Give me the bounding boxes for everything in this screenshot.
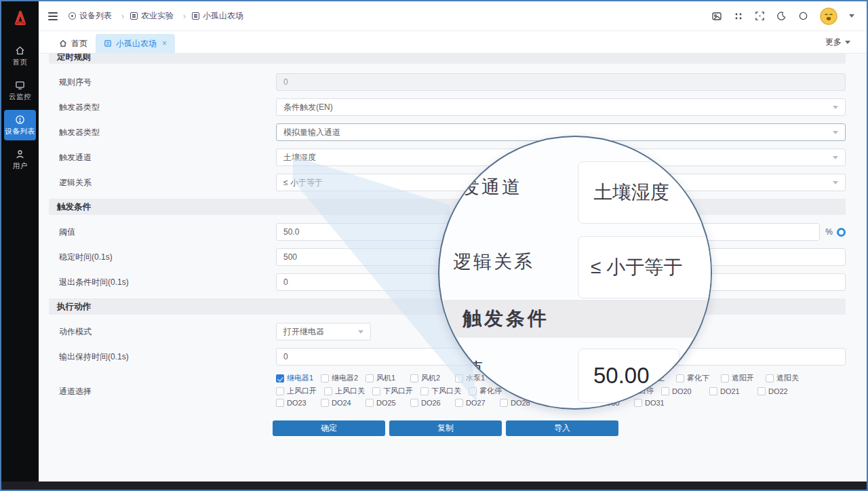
brand-logo-icon <box>7 5 33 31</box>
checkbox-icon[interactable] <box>766 374 774 382</box>
chevron-down-icon <box>833 181 838 184</box>
channel-checkbox[interactable]: DO21 <box>709 387 757 395</box>
sidebar-item-home[interactable]: 首页 <box>4 41 36 71</box>
checkbox-icon[interactable] <box>676 374 684 382</box>
action-buttons: 确定 复制 导入 <box>273 420 846 436</box>
form-row: 规则序号 <box>49 73 846 91</box>
checkbox-icon[interactable] <box>321 399 329 407</box>
checkbox-icon[interactable] <box>410 374 418 382</box>
user-avatar[interactable] <box>820 7 837 25</box>
breadcrumb: 设备列表 农业实验 小孤山农场 <box>68 10 243 22</box>
checkbox-icon[interactable] <box>634 399 642 407</box>
sidebar-item-device-list[interactable]: 设备列表 <box>4 110 36 140</box>
breadcrumb-device-list[interactable]: 设备列表 <box>68 10 130 22</box>
sidebar-collapse-icon[interactable] <box>48 12 58 20</box>
checkbox-icon[interactable] <box>661 387 669 395</box>
sidebar-item-cloud-monitor[interactable]: 云监控 <box>4 75 36 106</box>
breadcrumb-agri-experiment[interactable]: 农业实验 <box>130 10 192 22</box>
lens-section-header: 触发条件 <box>438 300 712 338</box>
checkbox-icon[interactable] <box>276 387 284 395</box>
channel-checkbox[interactable]: DO23 <box>276 399 321 407</box>
checkbox-icon[interactable] <box>321 374 329 382</box>
hold-time-label: 输出保持时间(0.1s) <box>49 351 276 363</box>
channel-checkbox[interactable]: 雾化下 <box>676 373 721 383</box>
checkbox-icon[interactable] <box>372 387 380 395</box>
checkbox-icon[interactable] <box>500 399 508 407</box>
tab-farm[interactable]: 小孤山农场 × <box>96 34 175 53</box>
checkbox-icon[interactable] <box>276 374 284 382</box>
grid-dots-icon[interactable] <box>734 12 743 21</box>
target-icon <box>68 12 76 20</box>
refresh-circle-icon[interactable] <box>798 11 808 21</box>
rule-no-input[interactable] <box>276 73 846 91</box>
form-row: 触发器类型 模拟量输入通道 <box>49 123 846 141</box>
sidebar-item-user[interactable]: 用户 <box>4 144 36 175</box>
channel-checkbox[interactable]: DO20 <box>661 387 709 395</box>
channel-checkbox[interactable]: DO31 <box>634 399 679 407</box>
action-mode-select[interactable]: 打开继电器 <box>276 323 371 340</box>
channel-checkbox[interactable]: 风机2 <box>410 373 455 383</box>
checkbox-icon[interactable] <box>420 387 429 395</box>
screenshot-icon[interactable] <box>711 11 722 22</box>
chevron-down-icon <box>845 41 850 44</box>
logic-relation-label: 逻辑关系 <box>49 177 276 189</box>
channel-checkbox[interactable]: DO24 <box>321 399 366 407</box>
channel-checkbox[interactable]: 下风口开 <box>372 386 420 396</box>
form-row: 触发器类型 条件触发(EN) <box>49 98 846 116</box>
chevron-down-icon <box>833 156 838 159</box>
channel-checkbox[interactable]: DO25 <box>366 399 410 407</box>
checkbox-icon[interactable] <box>455 399 463 407</box>
fullscreen-icon[interactable] <box>755 11 765 21</box>
channel-checkbox[interactable]: DO27 <box>455 399 500 407</box>
chevron-down-icon <box>833 131 838 134</box>
lens-logic-label: 逻辑关系 <box>453 250 534 274</box>
channel-checkbox[interactable]: 风机1 <box>366 373 410 383</box>
channel-checkbox[interactable]: DO26 <box>410 399 455 407</box>
device-list-icon <box>15 115 25 125</box>
channel-checkbox[interactable]: DO22 <box>757 387 806 395</box>
avatar-chevron-down-icon[interactable] <box>849 14 854 18</box>
tab-close-icon[interactable]: × <box>162 39 167 48</box>
action-mode-label: 动作模式 <box>49 326 276 338</box>
checkbox-icon[interactable] <box>455 374 463 382</box>
info-circle-icon[interactable] <box>837 228 846 237</box>
chevron-down-icon <box>358 330 363 334</box>
channel-checkbox[interactable]: 继电器1 <box>276 373 321 383</box>
sidebar-item-label: 首页 <box>13 58 28 67</box>
section-header-timed: 定时规则 <box>49 54 846 64</box>
checkbox-icon[interactable] <box>366 399 374 407</box>
channel-checkbox[interactable]: 下风口关 <box>420 386 469 396</box>
magnifier-lens: 触发通道 土壤湿度 逻辑关系 ≤ 小于等于 触发条件 阈值 50.00 <box>438 136 712 410</box>
tab-home[interactable]: 首页 <box>51 34 96 53</box>
trigger-type-select[interactable]: 条件触发(EN) <box>276 98 846 116</box>
threshold-label: 阈值 <box>49 227 276 238</box>
tabs-more-dropdown[interactable]: 更多 <box>825 37 850 48</box>
channel-checkbox[interactable]: 遮阳关 <box>766 373 810 383</box>
trigger-source-label: 触发器类型 <box>49 127 276 138</box>
section-header-condition: 触发条件 <box>49 199 846 215</box>
import-button[interactable]: 导入 <box>506 420 618 436</box>
threshold-unit: % <box>825 227 833 237</box>
checkbox-icon[interactable] <box>721 374 729 382</box>
home-icon <box>15 45 25 56</box>
dark-mode-moon-icon[interactable] <box>776 11 787 21</box>
checkbox-icon[interactable] <box>469 387 477 395</box>
channel-checkbox[interactable]: 遮阳开 <box>721 373 766 383</box>
form-row: 动作模式 打开继电器 <box>49 323 846 340</box>
checkbox-icon[interactable] <box>366 374 374 382</box>
channel-checkbox[interactable]: 上风口关 <box>324 386 372 396</box>
channel-checkbox[interactable]: 继电器2 <box>321 373 366 383</box>
copy-button[interactable]: 复制 <box>389 420 502 436</box>
trigger-channel-label: 触发通道 <box>49 152 276 163</box>
checkbox-icon[interactable] <box>410 399 418 407</box>
channel-checkbox[interactable]: 上风口开 <box>276 386 324 396</box>
confirm-button[interactable]: 确定 <box>273 420 385 436</box>
checkbox-icon[interactable] <box>276 399 284 407</box>
form-row: 输出保持时间(0.1s) <box>49 348 846 366</box>
checkbox-icon[interactable] <box>757 387 766 395</box>
chevron-down-icon <box>833 106 838 109</box>
checkbox-icon[interactable] <box>709 387 717 395</box>
checkbox-icon[interactable] <box>324 387 332 395</box>
grid-icon <box>130 12 138 20</box>
breadcrumb-farm[interactable]: 小孤山农场 <box>192 10 243 22</box>
